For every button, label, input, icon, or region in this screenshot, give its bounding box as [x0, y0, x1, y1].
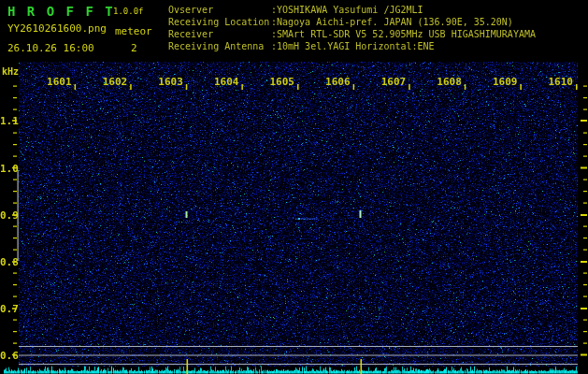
x-tick-label-1605: 1605	[269, 76, 294, 88]
x-tick-label-1608: 1608	[437, 76, 462, 88]
x-tick-label-1607: 1607	[380, 76, 406, 88]
station-info-value: :10mH 3el.YAGI Horizontal:ENE	[271, 41, 435, 51]
y-tick-label-1.1: 1.1	[0, 115, 13, 127]
station-info-row-3: Receiving Antenna:10mH 3el.YAGI Horizont…	[168, 40, 536, 52]
station-info-label: Receiving Location	[168, 16, 271, 28]
x-tick-label-1601: 1601	[47, 76, 72, 88]
x-tick-label-1603: 1603	[158, 76, 183, 88]
y-tick-label-0.7: 0.7	[0, 303, 13, 315]
y-tick-label-1.0: 1.0	[0, 163, 13, 175]
station-info-value: :SMArt RTL-SDR V5 52.905MHz USB HIGASHIM…	[271, 29, 536, 39]
station-info-row-1: Receiving Location:Nagoya Aichi-pref. JA…	[168, 16, 536, 28]
hrofft-screen: H R O F F T 1.0.0f YY2610261600.png mete…	[0, 0, 588, 374]
app-title: H R O F F T	[7, 4, 115, 19]
x-tick-label-1602: 1602	[102, 76, 127, 88]
app-version: 1.0.0f	[113, 7, 144, 16]
station-info-row-0: Ovserver:YOSHIKAWA Yasufumi /JG2MLI	[168, 4, 536, 16]
x-tick-label-1604: 1604	[213, 76, 238, 88]
mode-label: meteor	[115, 25, 152, 37]
x-tick-label-1606: 1606	[325, 76, 351, 88]
observation-datetime: 26.10.26 16:00	[7, 42, 94, 54]
meteor-count: 2	[131, 42, 137, 54]
y-axis-unit-label: kHz	[2, 66, 19, 77]
y-tick-label-0.9: 0.9	[0, 209, 13, 222]
station-info-label: Ovserver	[168, 4, 271, 16]
station-info-block: Ovserver:YOSHIKAWA Yasufumi /JG2MLIRecei…	[168, 4, 536, 52]
station-info-row-2: Receiver:SMArt RTL-SDR V5 52.905MHz USB …	[168, 28, 536, 40]
station-info-label: Receiving Antenna	[168, 40, 271, 52]
y-tick-label-0.6: 0.6	[0, 350, 13, 362]
y-tick-label-0.8: 0.8	[0, 256, 13, 268]
spectrogram-canvas	[0, 0, 588, 374]
x-tick-label-1609: 1609	[492, 76, 517, 88]
station-info-value: :YOSHIKAWA Yasufumi /JG2MLI	[271, 5, 423, 15]
x-tick-label-1610: 1610	[548, 76, 573, 88]
station-info-value: :Nagoya Aichi-pref. JAPAN (136.90E, 35.2…	[271, 17, 513, 27]
output-filename: YY2610261600.png	[7, 22, 107, 35]
station-info-label: Receiver	[168, 28, 271, 40]
